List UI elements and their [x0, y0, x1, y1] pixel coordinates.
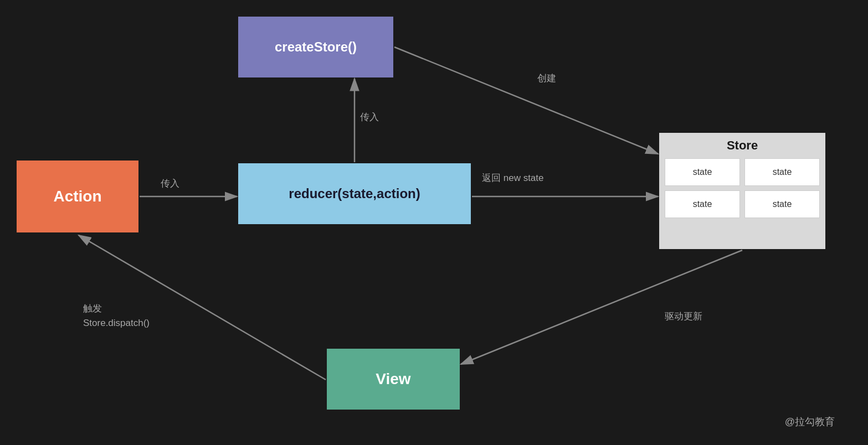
store-cell-1: state	[665, 158, 740, 186]
label-drive-update: 驱动更新	[665, 310, 702, 323]
label-create: 创建	[537, 72, 556, 85]
action-box: Action	[17, 161, 138, 232]
view-box: View	[327, 349, 460, 410]
reducer-label: reducer(state,action)	[289, 186, 420, 201]
diagram: Action createStore() reducer(state,actio…	[0, 0, 868, 445]
label-return-new-state: 返回 new state	[482, 172, 544, 184]
store-cell-3: state	[665, 190, 740, 218]
trigger-line1: 触发	[83, 302, 150, 316]
create-store-label: createStore()	[275, 39, 357, 55]
store-cell-2: state	[744, 158, 820, 186]
view-label: View	[376, 370, 410, 388]
store-grid: state state state state	[665, 158, 820, 218]
label-trigger: 触发 Store.dispatch()	[83, 302, 150, 330]
label-pass-in-1: 传入	[161, 177, 179, 190]
action-label: Action	[53, 188, 101, 205]
watermark: @拉勾教育	[785, 415, 835, 428]
svg-line-6	[461, 250, 742, 364]
label-pass-in-2: 传入	[360, 111, 379, 123]
svg-line-5	[394, 47, 658, 154]
store-title: Store	[665, 138, 820, 153]
create-store-box: createStore()	[238, 17, 393, 77]
reducer-box: reducer(state,action)	[238, 163, 471, 224]
store-cell-4: state	[744, 190, 820, 218]
trigger-line2: Store.dispatch()	[83, 316, 150, 330]
store-box: Store state state state state	[659, 133, 825, 249]
